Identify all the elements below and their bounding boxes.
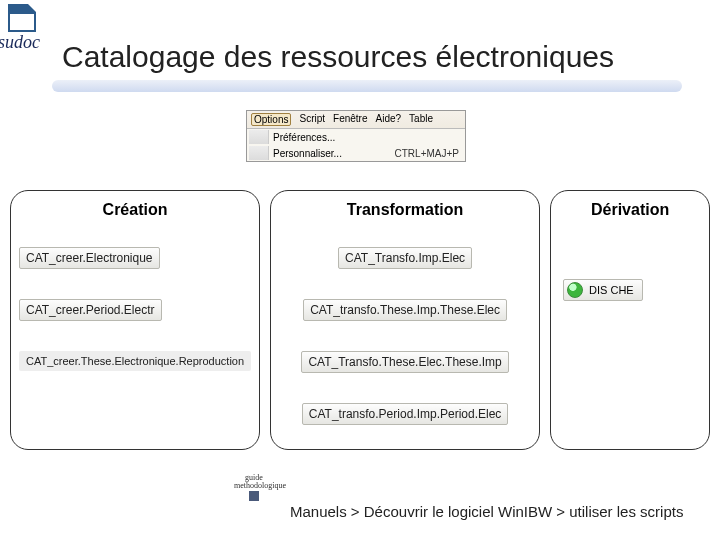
menu-aide[interactable]: Aide?: [376, 113, 402, 126]
menu-item-shortcut: CTRL+MAJ+P: [395, 148, 463, 159]
column-title-transformation: Transformation: [279, 201, 531, 219]
logo: sudoc: [4, 4, 40, 53]
creation-button-stack: CAT_creer.Electronique CAT_creer.Period.…: [19, 239, 251, 379]
column-creation: Création CAT_creer.Electronique CAT_cree…: [10, 190, 260, 450]
footer-logo-square-icon: [249, 491, 259, 501]
menu-dropdown: Préférences... Personnaliser... CTRL+MAJ…: [247, 128, 465, 161]
menu-item-label: Personnaliser...: [273, 148, 342, 159]
dische-label: DIS CHE: [589, 284, 634, 296]
footer-logo-text: guide methodologique: [234, 474, 274, 490]
btn-dis-che[interactable]: DIS CHE: [563, 279, 643, 301]
footer-logo: guide methodologique: [234, 474, 274, 501]
menu-icon-slot: [249, 146, 269, 160]
btn-cat-transfo-these-elec-these-imp[interactable]: CAT_Transfo.These.Elec.These.Imp: [301, 351, 508, 373]
globe-icon: [567, 282, 583, 298]
menu-fenetre[interactable]: Fenêtre: [333, 113, 367, 126]
menu-item-personnaliser[interactable]: Personnaliser... CTRL+MAJ+P: [247, 145, 465, 161]
btn-cat-creer-period-electr[interactable]: CAT_creer.Period.Electr: [19, 299, 162, 321]
options-menu-screenshot: Options Script Fenêtre Aide? Table Préfé…: [246, 110, 466, 162]
btn-cat-transfo-imp-elec[interactable]: CAT_Transfo.Imp.Elec: [338, 247, 472, 269]
menu-item-preferences[interactable]: Préférences...: [247, 129, 465, 145]
column-title-creation: Création: [19, 201, 251, 219]
column-transformation: Transformation CAT_Transfo.Imp.Elec CAT_…: [270, 190, 540, 450]
logo-text: sudoc: [0, 32, 40, 53]
btn-cat-creer-electronique[interactable]: CAT_creer.Electronique: [19, 247, 160, 269]
menubar-row: Options Script Fenêtre Aide? Table: [247, 111, 465, 128]
btn-cat-transfo-these-imp-these-elec[interactable]: CAT_transfo.These.Imp.These.Elec: [303, 299, 507, 321]
title-underline: [52, 80, 682, 92]
footer-breadcrumb: Manuels > Découvrir le logiciel WinIBW >…: [290, 503, 683, 520]
menu-options[interactable]: Options: [251, 113, 291, 126]
logo-icon: [8, 4, 36, 32]
btn-cat-transfo-period-imp-period-elec[interactable]: CAT_transfo.Period.Imp.Period.Elec: [302, 403, 509, 425]
column-derivation: Dérivation DIS CHE: [550, 190, 710, 450]
columns-container: Création CAT_creer.Electronique CAT_cree…: [10, 190, 710, 450]
page-title: Catalogage des ressources électroniques: [62, 40, 614, 74]
btn-cat-creer-these-repro[interactable]: CAT_creer.These.Electronique.Reproductio…: [19, 351, 251, 371]
column-title-derivation: Dérivation: [559, 201, 701, 219]
transformation-button-stack: CAT_Transfo.Imp.Elec CAT_transfo.These.I…: [279, 239, 531, 433]
menu-table[interactable]: Table: [409, 113, 433, 126]
menu-script[interactable]: Script: [299, 113, 325, 126]
menu-icon-slot: [249, 130, 269, 144]
menu-item-label: Préférences...: [273, 132, 335, 143]
